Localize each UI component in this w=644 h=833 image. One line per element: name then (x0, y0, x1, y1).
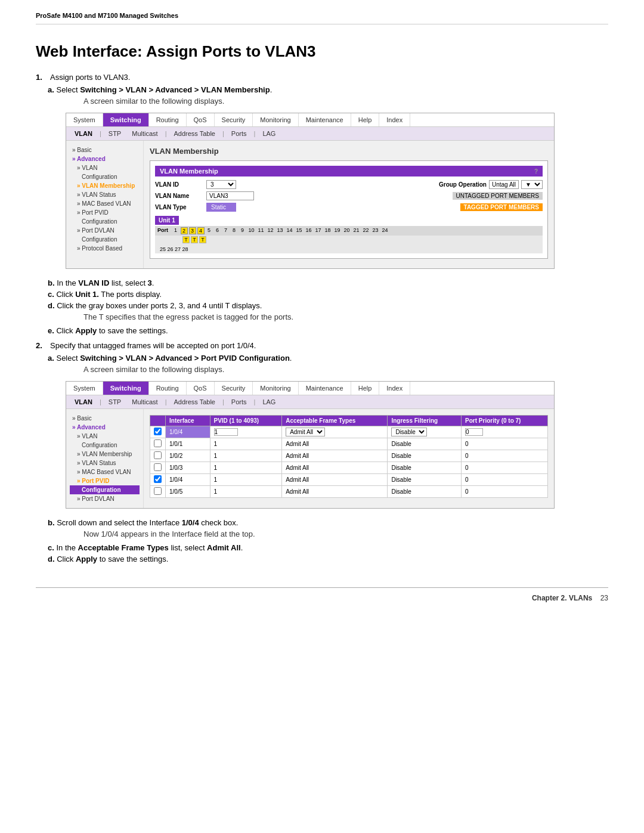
port-2-tag[interactable]: T (182, 236, 190, 243)
row4-interface: 1/0/4 (166, 474, 210, 486)
screen-1-body: » Basic » Advanced » VLAN Configuration … (66, 141, 554, 268)
top-row-ingress-select[interactable]: Disable (391, 428, 427, 436)
group-op-select[interactable]: ▼ (521, 180, 543, 189)
sidebar2-vlan-status[interactable]: » VLAN Status (70, 459, 140, 467)
top-row-checkbox[interactable] (154, 428, 162, 435)
sub-nav2-vlan[interactable]: VLAN (71, 397, 96, 407)
sub-nav2-multicast[interactable]: Multicast (128, 397, 161, 407)
nav2-switching[interactable]: Switching (103, 382, 149, 395)
port-4-tag[interactable]: T (199, 236, 206, 243)
sidebar-port-dvlan-config[interactable]: Configuration (70, 235, 140, 244)
row2-checkbox[interactable] (154, 451, 162, 459)
nav-help[interactable]: Help (351, 113, 380, 126)
sub-nav-multicast[interactable]: Multicast (128, 129, 161, 138)
port-3-tag[interactable]: T (191, 236, 198, 243)
step-1-main: 1. Assign ports to VLAN3. (36, 73, 608, 82)
sidebar-vlan-config[interactable]: Configuration (70, 172, 140, 181)
step-1e: e. Click Apply to save the settings. (48, 326, 608, 335)
row1-ingress: Disable (388, 438, 462, 450)
step-1-text: Assign ports to VLAN3. (50, 73, 130, 82)
nav2-system[interactable]: System (66, 382, 103, 395)
sub-nav2-ports[interactable]: Ports (228, 397, 250, 407)
sidebar2-port-pvid[interactable]: » Port PVID (70, 476, 140, 485)
nav-index[interactable]: Index (379, 113, 410, 126)
nav-routing[interactable]: Routing (149, 113, 187, 126)
vlan-name-input[interactable] (206, 191, 254, 200)
sub-nav2-lag[interactable]: LAG (259, 397, 279, 407)
sidebar-port-dvlan[interactable]: » Port DVLAN (70, 226, 140, 235)
nav2-routing[interactable]: Routing (149, 382, 187, 395)
row3-frame-types: Admit All (282, 462, 388, 474)
sidebar2-basic[interactable]: » Basic (70, 414, 140, 423)
untagged-badge: UNTAGGED PORT MEMBERS (453, 192, 543, 200)
nav-switching[interactable]: Switching (103, 113, 149, 126)
nav-monitoring[interactable]: Monitoring (253, 113, 298, 126)
step-2c-label: c. In the Acceptable Frame Types list, s… (48, 543, 243, 552)
sidebar-vlan-membership[interactable]: » VLAN Membership (70, 181, 140, 190)
top-row-frame-types-select[interactable]: Admit All (286, 428, 325, 436)
sidebar-mac-based-vlan[interactable]: » MAC Based VLAN (70, 199, 140, 208)
sidebar-basic[interactable]: » Basic (70, 145, 140, 154)
nav2-maintenance[interactable]: Maintenance (299, 382, 351, 395)
footer-chapter: Chapter 2. VLANs 23 (532, 594, 608, 602)
sidebar2-advanced[interactable]: » Advanced (70, 423, 140, 432)
vlan-type-value: Static (206, 203, 236, 212)
nav2-qos[interactable]: QoS (187, 382, 215, 395)
row1-checkbox[interactable] (154, 439, 162, 447)
sub-nav-ports[interactable]: Ports (228, 129, 250, 138)
step-1-number: 1. (36, 73, 45, 82)
tagged-badge: TAGGED PORT MEMBERS (460, 203, 543, 211)
sidebar-port-pvid-config[interactable]: Configuration (70, 217, 140, 226)
pvid-row-3: 1/0/3 1 Admit All Disable 0 (150, 462, 548, 474)
sub-nav2-address-table[interactable]: Address Table (170, 397, 219, 407)
pvid-table: Interface PVID (1 to 4093) Acceptable Fr… (150, 415, 548, 498)
sidebar2-port-pvid-config[interactable]: Configuration (70, 485, 140, 494)
port-tags-row: T T T (155, 236, 543, 245)
nav2-help[interactable]: Help (351, 382, 380, 395)
step-2: 2. Specify that untagged frames will be … (36, 341, 608, 563)
top-row-pvid-input[interactable] (214, 428, 238, 436)
row2-ingress: Disable (388, 450, 462, 462)
sidebar2-vlan-config[interactable]: Configuration (70, 441, 140, 450)
sidebar2-vlan-membership[interactable]: » VLAN Membership (70, 450, 140, 459)
sidebar-port-pvid[interactable]: » Port PVID (70, 208, 140, 217)
nav2-monitoring[interactable]: Monitoring (253, 382, 298, 395)
unit-section: Unit 1 (155, 215, 543, 226)
sub-nav-stp[interactable]: STP (105, 129, 125, 138)
top-row-priority-input[interactable] (465, 428, 483, 436)
step-2a-indent: A screen similar to the following displa… (83, 365, 608, 374)
nav-maintenance[interactable]: Maintenance (299, 113, 351, 126)
top-row-checkbox-cell (150, 426, 166, 438)
nav-security[interactable]: Security (215, 113, 253, 126)
sidebar2-port-dvlan[interactable]: » Port DVLAN (70, 494, 140, 503)
sub-nav-vlan[interactable]: VLAN (71, 129, 96, 138)
row3-pvid: 1 (210, 462, 282, 474)
info-icon: ? (534, 168, 538, 175)
row3-checkbox[interactable] (154, 463, 162, 471)
unit-1-header[interactable]: Unit 1 (155, 216, 179, 225)
sidebar-vlan[interactable]: » VLAN (70, 163, 140, 172)
sidebar-vlan-status[interactable]: » VLAN Status (70, 190, 140, 199)
row3-priority: 0 (462, 462, 548, 474)
sidebar-protocol-based[interactable]: » Protocol Based (70, 244, 140, 253)
step-1d-indent: The T specifies that the egress packet i… (83, 312, 608, 321)
nav-bar-1: System Switching Routing QoS Security Mo… (66, 113, 554, 127)
sidebar2-mac-based-vlan[interactable]: » MAC Based VLAN (70, 467, 140, 476)
vlan-id-label: VLAN ID (155, 181, 203, 188)
nav2-index[interactable]: Index (379, 382, 410, 395)
sidebar-advanced[interactable]: » Advanced (70, 154, 140, 163)
step-2-substeps: a. Select Switching > VLAN > Advanced > … (48, 354, 608, 563)
nav-qos[interactable]: QoS (187, 113, 215, 126)
nav2-security[interactable]: Security (215, 382, 253, 395)
pvid-table-header: Interface PVID (1 to 4093) Acceptable Fr… (150, 416, 548, 426)
sub-nav-lag[interactable]: LAG (259, 129, 279, 138)
step-1a-label: a. Select Switching > VLAN > Advanced > … (48, 85, 272, 94)
row4-checkbox[interactable] (154, 475, 162, 483)
row3-ingress: Disable (388, 462, 462, 474)
vlan-id-select[interactable]: 3 (206, 180, 236, 189)
sub-nav2-stp[interactable]: STP (105, 397, 125, 407)
nav-system[interactable]: System (66, 113, 103, 126)
sub-nav-address-table[interactable]: Address Table (170, 129, 219, 138)
row5-checkbox[interactable] (154, 487, 162, 495)
sidebar2-vlan[interactable]: » VLAN (70, 432, 140, 441)
